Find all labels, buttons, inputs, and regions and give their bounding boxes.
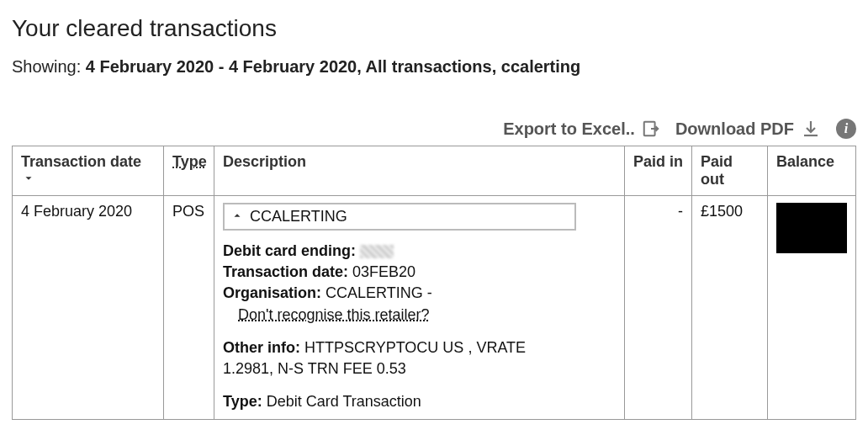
detail-card-ending-value [360, 245, 394, 258]
download-pdf-button[interactable]: Download PDF [675, 119, 821, 139]
page-title: Your cleared transactions [12, 15, 856, 42]
download-icon [801, 119, 821, 139]
detail-type-label: Type: [223, 393, 262, 410]
export-excel-button[interactable]: Export to Excel.. [503, 119, 660, 139]
detail-txn-date-value: 03FEB20 [352, 263, 415, 280]
col-header-paid-out: Paid out [692, 146, 768, 196]
export-excel-label: Export to Excel.. [503, 119, 635, 139]
chevron-up-icon [231, 210, 243, 224]
description-toggle[interactable]: CCALERTING [223, 203, 576, 231]
export-actions: Export to Excel.. Download PDF i [12, 119, 856, 139]
retailer-help-link[interactable]: Don't recognise this retailer? [223, 305, 430, 326]
detail-org-label: Organisation: [223, 284, 321, 301]
cell-paid-out: £1500 [692, 196, 768, 420]
balance-redacted [776, 203, 847, 253]
col-header-balance: Balance [768, 146, 856, 196]
col-header-date[interactable]: Transaction date [13, 146, 164, 196]
detail-type-value: Debit Card Transaction [267, 393, 421, 410]
download-pdf-label: Download PDF [675, 119, 794, 139]
detail-txn-date-label: Transaction date: [223, 263, 348, 280]
detail-card-ending-label: Debit card ending: [223, 242, 356, 259]
filter-value: 4 February 2020 - 4 February 2020, All t… [86, 57, 580, 76]
cell-balance [768, 196, 856, 420]
filter-summary: Showing: 4 February 2020 - 4 February 20… [12, 57, 856, 77]
chevron-down-icon [23, 171, 34, 188]
cell-description: CCALERTING Debit card ending: Transactio… [214, 196, 625, 420]
table-row: 4 February 2020 POS CCALERTING Debit car… [13, 196, 856, 420]
cell-date: 4 February 2020 [13, 196, 164, 420]
transactions-table: Transaction date Type Description Paid i… [12, 146, 856, 420]
col-header-description: Description [214, 146, 625, 196]
detail-other-info-label: Other info: [223, 339, 300, 356]
cell-paid-in: - [625, 196, 692, 420]
description-summary: CCALERTING [250, 208, 347, 225]
col-header-type[interactable]: Type [164, 146, 214, 196]
col-header-date-label: Transaction date [21, 153, 141, 170]
filter-prefix: Showing: [12, 57, 81, 76]
export-icon [642, 119, 660, 138]
detail-org-value: CCALERTING - [326, 284, 432, 301]
cell-type: POS [164, 196, 214, 420]
col-header-paid-in: Paid in [625, 146, 692, 196]
info-icon[interactable]: i [836, 119, 856, 139]
description-details: Debit card ending: Transaction date: 03F… [223, 241, 616, 412]
